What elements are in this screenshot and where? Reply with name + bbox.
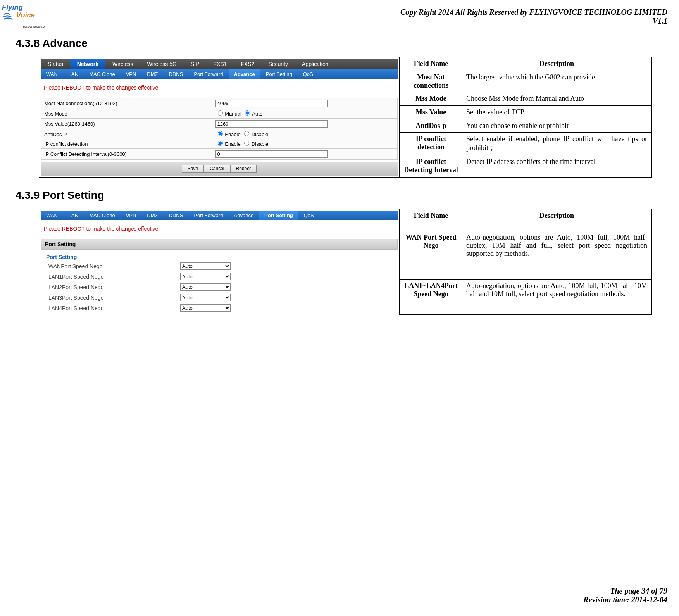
description-cell: Set the value of TCP (462, 105, 651, 119)
port-label: LAN2Port Speed Nego (48, 284, 180, 290)
radio-input[interactable] (218, 110, 223, 116)
sub-tab[interactable]: Port Setting (260, 69, 298, 79)
radio-label: Manual (224, 111, 243, 117)
form-label: IP conflict detection (41, 139, 212, 149)
field-name-cell: IP conflict detection (400, 133, 462, 155)
sub-tab[interactable]: WAN (41, 211, 63, 220)
description-cell: Auto-negotiation, options are Auto, 100M… (462, 280, 651, 315)
radio-input[interactable] (218, 131, 223, 136)
reboot-message: Please REBOOT to make the changes effect… (41, 79, 398, 98)
radio-input[interactable] (244, 141, 249, 146)
portsetting-screenshot: WANLANMAC CloneVPNDMZDDNSPort ForwardAdv… (39, 209, 400, 315)
sub-tab[interactable]: MAC Clone (84, 69, 120, 79)
sub-tab[interactable]: Port Setting (259, 211, 298, 220)
radio-label: Auto (251, 111, 262, 117)
section-title-advance: 4.3.8 Advance (16, 37, 667, 50)
sub-tab[interactable]: LAN (63, 69, 84, 79)
port-speed-select[interactable]: Auto (180, 304, 231, 312)
page-number: The page 34 of 79 (583, 587, 667, 595)
sub-tab[interactable]: Port Forward (188, 211, 228, 220)
form-label: Most Nat connections(512-8192) (41, 98, 212, 109)
description-cell: You can choose to enable or prohibit (462, 119, 651, 133)
port-speed-select[interactable]: Auto (180, 273, 231, 280)
version: V1.1 (12, 17, 667, 26)
description-cell: The largest value which the G802 can pro… (462, 71, 651, 92)
main-tab[interactable]: Network (70, 59, 105, 69)
port-label: WANPort Speed Nego (48, 263, 180, 269)
port-speed-select[interactable]: Auto (180, 283, 231, 291)
portsetting-content-row: WANLANMAC CloneVPNDMZDDNSPort ForwardAdv… (39, 209, 652, 315)
text-input[interactable] (215, 100, 328, 107)
panel-subheading: Port Setting (41, 250, 398, 261)
section-title-portsetting: 4.3.9 Port Setting (16, 189, 667, 202)
field-name-cell: IP conflict Detecting Interval (400, 155, 462, 177)
description-cell: Choose Mss Mode from Manual and Auto (462, 92, 651, 106)
revision-time: Revision time: 2014-12-04 (583, 595, 667, 604)
main-tab[interactable]: FXS2 (234, 59, 261, 69)
sub-tab[interactable]: Advance (229, 69, 260, 79)
radio-label: Enable (224, 131, 242, 137)
field-name-cell: Most Nat connections (400, 71, 462, 92)
main-tab[interactable]: Application (295, 59, 336, 69)
port-label: LAN3Port Speed Nego (48, 295, 180, 301)
description-cell: Select enable if enabled, phone IP confl… (462, 133, 651, 155)
radio-label: Disable (250, 141, 268, 147)
text-input[interactable] (215, 150, 328, 158)
sub-tab[interactable]: WAN (41, 69, 63, 79)
sub-tab[interactable]: DMZ (141, 211, 163, 220)
desc-header: Field Name (400, 209, 462, 231)
form-label: Mss Value(1260-1460) (41, 119, 212, 129)
copyright: Copy Right 2014 All Rights Reserved by F… (12, 8, 667, 17)
reboot-button[interactable]: Reboot (230, 165, 257, 173)
sub-tab[interactable]: QoS (298, 69, 319, 79)
sub-tab[interactable]: QoS (298, 211, 319, 220)
desc-header: Field Name (400, 57, 462, 71)
field-name-cell: Mss Mode (400, 92, 462, 106)
cancel-button[interactable]: Cancel (204, 165, 230, 173)
port-speed-select[interactable]: Auto (180, 262, 231, 270)
svg-text:Voice: Voice (16, 11, 35, 19)
sub-tab[interactable]: Advance (229, 211, 259, 220)
form-label: AntiDos-P (41, 129, 212, 139)
sub-tab[interactable]: DMZ (141, 69, 163, 79)
main-tab[interactable]: Status (41, 59, 70, 69)
radio-label: Disable (250, 131, 268, 137)
port-label: LAN4Port Speed Nego (48, 305, 180, 311)
advance-screenshot: StatusNetworkWirelessWireless 5GSIPFXS1F… (39, 57, 400, 177)
main-tab[interactable]: SIP (184, 59, 207, 69)
radio-label: Enable (224, 141, 242, 147)
port-label: LAN1Port Speed Nego (48, 274, 180, 280)
main-tab[interactable]: Wireless (105, 59, 140, 69)
desc-header: Description (462, 209, 651, 231)
desc-header: Description (462, 57, 651, 71)
field-name-cell: AntiDos-p (400, 119, 462, 133)
logo: Flying Voice Voice over IP (2, 2, 45, 29)
form-label: Mss Mode (41, 109, 212, 119)
main-tab[interactable]: Security (261, 59, 295, 69)
description-cell: Auto-negotiation, options are Auto, 100M… (462, 231, 651, 280)
svg-text:Flying: Flying (2, 3, 23, 11)
field-name-cell: Mss Value (400, 105, 462, 119)
sub-tab[interactable]: DDNS (164, 211, 189, 220)
sub-tab[interactable]: VPN (121, 211, 142, 220)
reboot-message: Please REBOOT to make the changes effect… (41, 220, 398, 239)
radio-input[interactable] (244, 131, 249, 136)
description-cell: Detect IP address conflicts of the time … (462, 155, 651, 177)
sub-tab[interactable]: LAN (63, 211, 84, 220)
advance-content-row: StatusNetworkWirelessWireless 5GSIPFXS1F… (39, 57, 652, 178)
panel-heading: Port Setting (41, 239, 398, 250)
port-speed-select[interactable]: Auto (180, 294, 231, 301)
sub-tab[interactable]: DDNS (164, 69, 189, 79)
save-button[interactable]: Save (182, 165, 204, 173)
text-input[interactable] (215, 120, 328, 128)
sub-tab[interactable]: Port Forward (188, 69, 228, 79)
sub-tab[interactable]: MAC Clone (84, 211, 120, 220)
radio-input[interactable] (245, 110, 250, 116)
field-name-cell: LAN1~LAN4Port Speed Nego (400, 280, 462, 315)
field-name-cell: WAN Port Speed Nego (400, 231, 462, 280)
sub-tab[interactable]: VPN (121, 69, 142, 79)
main-tab[interactable]: Wireless 5G (140, 59, 184, 69)
main-tab[interactable]: FXS1 (206, 59, 234, 69)
form-label: IP Conflict Detecting Interval(0-3600) (41, 149, 212, 160)
radio-input[interactable] (218, 141, 223, 146)
